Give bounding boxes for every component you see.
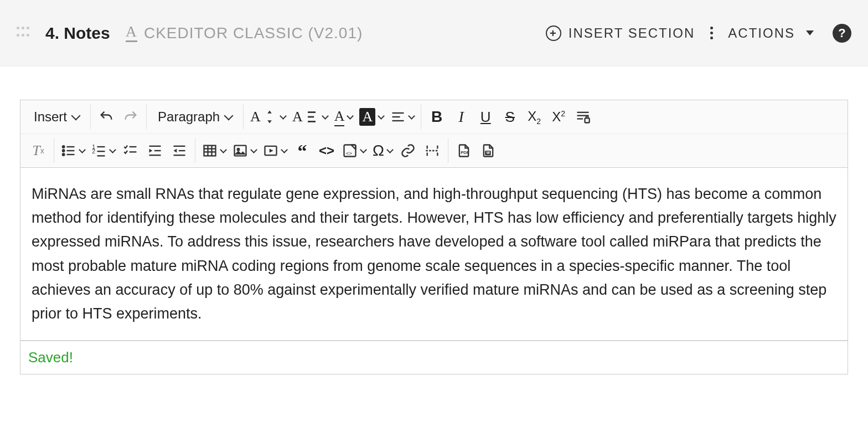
insert-label: Insert	[34, 109, 67, 125]
kebab-menu-icon[interactable]	[706, 27, 717, 39]
status-bar: Saved!	[20, 341, 848, 374]
editor-content[interactable]: MiRNAs are small RNAs that regulate gene…	[20, 167, 848, 341]
font-a-icon: A	[126, 24, 137, 42]
svg-rect-29	[204, 146, 216, 156]
svg-point-12	[63, 150, 65, 152]
outdent-button[interactable]	[167, 138, 192, 163]
chevron-down-icon	[408, 112, 415, 120]
editor-toolbar: Insert Paragraph A A A A B I U S X2 X2 T…	[20, 100, 848, 167]
saved-status: Saved!	[28, 349, 73, 366]
export-pdf-button[interactable]: PDF	[452, 138, 476, 163]
toolbar-row-2: Tx 12 “ <> <> Ω PDF W	[20, 134, 848, 167]
paragraph-dropdown[interactable]: Paragraph	[150, 105, 240, 129]
chevron-down-icon	[386, 146, 394, 153]
chevron-down-icon	[220, 146, 227, 153]
editor-type-badge: A CKEDITOR CLASSIC (V2.01)	[126, 24, 363, 42]
chevron-down-icon	[281, 146, 288, 153]
svg-text:W: W	[486, 151, 490, 155]
svg-text:<>: <>	[346, 151, 352, 156]
section-header: 4. Notes A CKEDITOR CLASSIC (V2.01) + IN…	[0, 0, 868, 66]
chevron-down-icon	[378, 112, 385, 120]
italic-button[interactable]: I	[449, 105, 473, 129]
bold-button[interactable]: B	[425, 105, 449, 129]
code-button[interactable]: <>	[314, 138, 339, 163]
plus-circle-icon: +	[545, 25, 562, 42]
underline-button[interactable]: U	[473, 105, 498, 129]
chevron-down-icon	[250, 146, 257, 153]
drag-handle-icon[interactable]	[17, 27, 30, 40]
insert-section-label: INSERT SECTION	[569, 25, 695, 41]
actions-label: ACTIONS	[728, 25, 795, 41]
superscript-button[interactable]: X2	[546, 105, 571, 129]
chevron-down-icon	[280, 112, 287, 120]
highlight-color-dropdown[interactable]: A	[356, 105, 387, 129]
alignment-dropdown[interactable]	[387, 105, 417, 129]
special-char-dropdown[interactable]: Ω	[369, 138, 396, 163]
chevron-down-icon	[322, 112, 329, 120]
codeblock-dropdown[interactable]: <>	[339, 138, 369, 163]
undo-button[interactable]	[94, 105, 118, 129]
svg-text:PDF: PDF	[461, 150, 469, 155]
media-dropdown[interactable]	[260, 138, 290, 163]
editor-type-label: CKEDITOR CLASSIC (V2.01)	[144, 24, 363, 42]
chevron-down-icon	[347, 112, 354, 120]
restricted-editing-button[interactable]	[571, 105, 595, 129]
chevron-down-icon	[224, 111, 234, 121]
font-color-dropdown[interactable]: A	[331, 105, 356, 129]
svg-point-35	[237, 148, 240, 151]
chevron-down-icon	[109, 146, 116, 153]
caret-down-icon	[806, 30, 814, 35]
content-paragraph: MiRNAs are small RNAs that regulate gene…	[32, 182, 836, 326]
chevron-down-icon	[79, 146, 86, 153]
todo-list-button[interactable]	[118, 138, 143, 163]
subscript-button[interactable]: X2	[522, 105, 546, 129]
section-title: 4. Notes	[45, 24, 110, 43]
svg-point-14	[63, 153, 65, 156]
chevron-down-icon	[71, 111, 81, 121]
table-dropdown[interactable]	[199, 138, 229, 163]
svg-text:2: 2	[92, 148, 95, 155]
editor-container: Insert Paragraph A A A A B I U S X2 X2 T…	[0, 66, 868, 386]
font-size-dropdown[interactable]: A	[247, 105, 289, 129]
font-family-dropdown[interactable]: A	[289, 105, 331, 129]
toolbar-row-1: Insert Paragraph A A A A B I U S X2 X2	[20, 100, 848, 134]
paragraph-label: Paragraph	[158, 109, 220, 125]
svg-rect-9	[585, 118, 590, 122]
indent-button[interactable]	[143, 138, 167, 163]
clear-formatting-button[interactable]: Tx	[26, 138, 50, 163]
actions-dropdown[interactable]: ACTIONS	[722, 21, 819, 45]
link-button[interactable]	[396, 138, 420, 163]
insert-section-button[interactable]: + INSERT SECTION	[540, 20, 700, 46]
page-break-button[interactable]	[420, 138, 445, 163]
numbered-list-dropdown[interactable]: 12	[88, 138, 118, 163]
bullet-list-dropdown[interactable]	[58, 138, 88, 163]
insert-dropdown[interactable]: Insert	[26, 105, 87, 129]
svg-point-10	[63, 146, 65, 148]
blockquote-button[interactable]: “	[290, 138, 314, 163]
export-word-button[interactable]: W	[476, 138, 500, 163]
chevron-down-icon	[360, 146, 367, 153]
help-icon[interactable]: ?	[833, 24, 851, 43]
redo-button[interactable]	[118, 105, 143, 129]
strikethrough-button[interactable]: S	[498, 105, 522, 129]
image-dropdown[interactable]	[229, 138, 260, 163]
